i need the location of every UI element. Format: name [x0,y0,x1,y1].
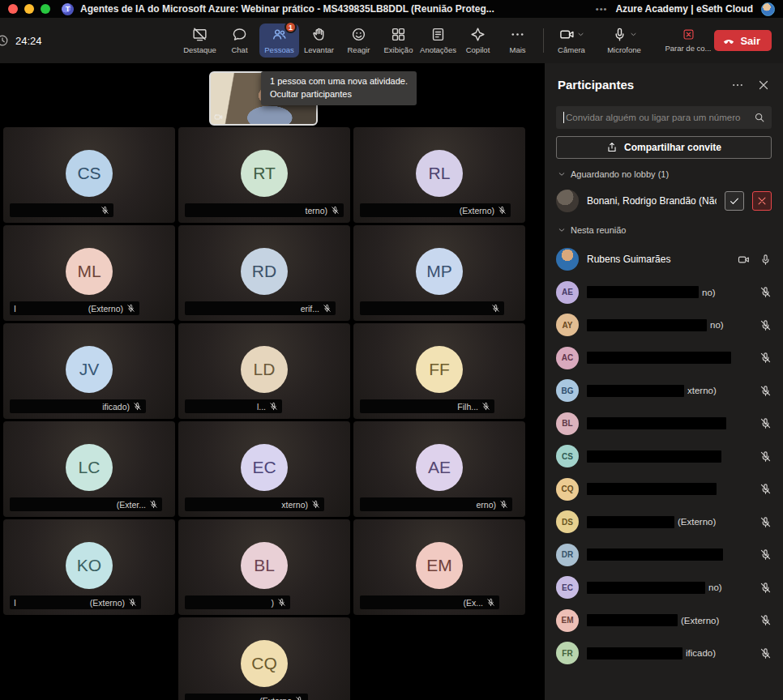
participant-row[interactable]: DR [545,539,783,572]
mic-off-icon[interactable] [759,385,772,397]
video-tile-bl[interactable]: BL) [178,519,350,615]
toolbar-button-chat[interactable]: Chat [220,18,259,63]
toolbar-button-reagir[interactable]: Reagir [339,18,379,63]
mic-icon[interactable] [759,254,772,266]
toolbar-button-copilot[interactable]: Copilot [458,18,498,63]
mic-off-icon[interactable] [759,548,772,561]
grid-icon [391,27,406,42]
camera-button[interactable]: Câmera [553,18,590,63]
toolbar-button-destaque[interactable]: Destaque [180,18,220,63]
toolbar-button-label: Copilot [466,45,490,54]
participant-row[interactable]: AC [545,342,783,375]
chat-icon [232,27,247,42]
microphone-chevron-down-icon[interactable] [630,31,637,38]
mic-off-icon[interactable] [759,286,772,298]
toolbar-button-label: Reagir [348,45,370,54]
tile-avatar: KO [66,542,113,589]
participant-row[interactable]: ECno) [545,571,783,604]
video-tile-ml[interactable]: MLI(Externo) [3,225,175,321]
in-meeting-section-header[interactable]: Nesta reunião [558,225,770,235]
video-tile-em[interactable]: EM(Ex... [353,519,525,615]
microphone-button[interactable]: Microfone [601,18,647,63]
mic-off-icon[interactable] [759,516,772,528]
deny-button[interactable] [752,191,772,211]
redacted-name [587,614,678,626]
participant-row[interactable]: BL [545,408,783,441]
hide-participants-link[interactable]: Ocultar participantes [270,88,408,101]
camera-chevron-down-icon[interactable] [577,31,584,38]
participant-row[interactable]: BGxterno) [545,374,783,408]
search-input[interactable] [563,113,754,122]
mic-off-icon [101,206,109,215]
account-name[interactable]: Azure Academy | eSeth Cloud [615,3,753,15]
mic-off-icon[interactable] [759,319,772,331]
account-avatar[interactable] [761,2,775,16]
tile-name-suffix: Filh... [457,402,478,412]
mic-off-icon[interactable] [759,647,772,659]
mic-off-icon[interactable] [759,582,772,594]
zoom-window-button[interactable] [41,4,50,14]
admit-button[interactable] [725,191,744,211]
minimize-window-button[interactable] [24,4,34,14]
video-tile-ld[interactable]: LDl... [178,323,350,419]
toolbar-button-levantar[interactable]: Levantar [299,18,339,63]
participant-row[interactable]: CS [545,440,783,473]
tile-avatar: CS [66,150,113,197]
share-invite-button[interactable]: Compartilhar convite [556,136,772,159]
macos-menubar: T Agentes de IA do Microsoft Azure: Webi… [0,0,783,18]
mic-off-icon [491,304,500,313]
video-tile-ko[interactable]: KOI(Externo) [3,519,175,615]
toolbar-button-anotacoes[interactable]: Anotações [418,18,458,63]
participant-name-area [587,450,751,463]
participant-row[interactable]: CQ [545,473,783,506]
toolbar-button-mais[interactable]: Mais [498,18,537,63]
share-icon [606,142,618,153]
invite-search-box[interactable] [556,106,772,129]
in-meeting-header-label: Nesta reunião [571,225,627,235]
participant-row[interactable]: Rubens Guimarães [545,243,783,276]
participant-row[interactable]: DS(Externo) [545,506,783,539]
video-tile-lc[interactable]: LC(Exter... [3,421,175,517]
mic-off-icon[interactable] [759,483,772,495]
notes-icon [430,27,446,42]
mic-off-icon [277,598,286,607]
mic-off-icon [133,402,142,411]
participant-avatar: DR [556,544,579,566]
toolbar-button-pessoas[interactable]: Pessoas1 [259,23,299,58]
lobby-section-header[interactable]: Aguardando no lobby (1) [558,169,770,179]
camera-icon[interactable] [738,254,750,266]
participant-row[interactable]: EM(Externo) [545,604,783,638]
panel-close-icon[interactable] [757,79,770,92]
participant-avatar: BG [556,379,579,402]
mic-off-icon[interactable] [759,614,772,626]
video-tile-rl[interactable]: RL(Externo) [353,127,525,223]
activity-notification: 1 pessoa com uma nova atividade. Ocultar… [261,71,417,105]
stop-sharing-button[interactable]: Parar de co... [661,18,715,63]
participant-row[interactable]: AEno) [545,276,783,309]
video-tile-mp[interactable]: MP [353,225,525,321]
video-tile-cq[interactable]: CQ(Externo [178,617,350,700]
participant-status-icons [759,614,772,626]
tile-avatar: MP [416,248,463,295]
participant-name-area: (Externo) [587,614,751,626]
video-tile-rd[interactable]: RDerif... [178,225,350,321]
video-tile-ff[interactable]: FFFilh... [353,323,525,419]
mic-off-icon[interactable] [759,417,772,429]
mic-off-icon[interactable] [759,352,772,364]
video-tile-ec[interactable]: ECxterno) [178,421,350,517]
participant-row[interactable]: FRificado) [545,637,783,670]
meeting-toolbar: 24:24 DestaqueChatPessoas1LevantarReagir… [0,18,783,63]
video-tile-rt[interactable]: RTterno) [178,127,350,223]
close-window-button[interactable] [8,4,18,14]
toolbar-button-exibicao[interactable]: Exibição [379,18,418,63]
menubar-overflow-icon[interactable]: ••• [596,4,608,14]
video-tile-ae[interactable]: AEerno) [353,421,525,517]
participant-row[interactable]: AYno) [545,309,783,342]
participant-name-area: ificado) [587,647,751,659]
video-tile-jv[interactable]: JVificado) [3,323,175,419]
participant-name-area [587,417,751,429]
video-tile-cs[interactable]: CS [3,127,175,223]
panel-more-icon[interactable] [731,79,744,92]
leave-button[interactable]: Sair [714,30,772,51]
mic-off-icon[interactable] [759,450,772,463]
